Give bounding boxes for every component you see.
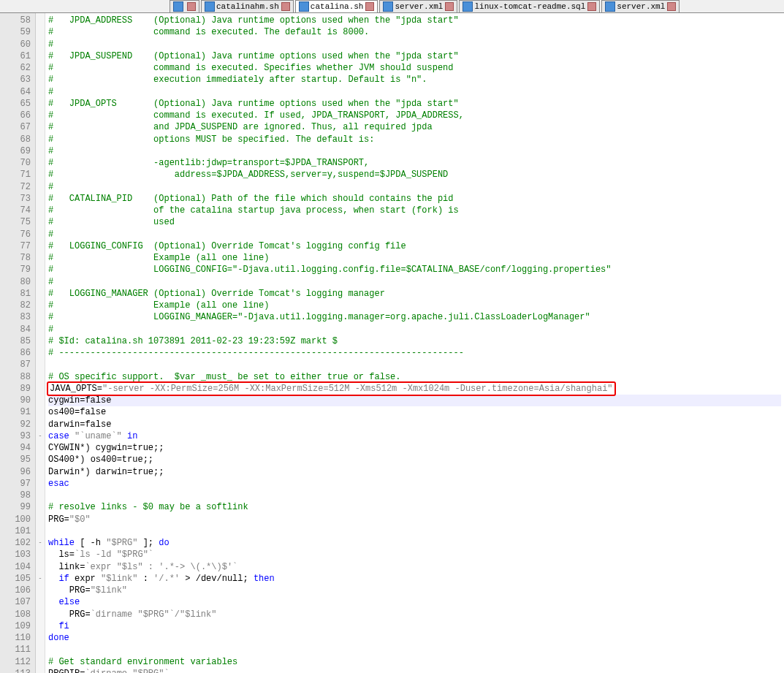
fold-marker[interactable] <box>36 121 45 133</box>
fold-marker[interactable] <box>36 157 45 169</box>
code-line[interactable]: # Example (all one line) <box>48 252 781 264</box>
fold-marker[interactable] <box>36 74 45 85</box>
fold-marker[interactable] <box>36 252 45 264</box>
code-line[interactable]: # <box>48 86 781 98</box>
close-icon[interactable] <box>365 2 374 11</box>
fold-marker[interactable] <box>36 501 45 513</box>
code-line[interactable]: # -agentlib:jdwp=transport=$JPDA_TRANSPO… <box>48 157 781 169</box>
code-line[interactable]: # resolve links - $0 may be a softlink <box>48 501 781 513</box>
close-icon[interactable] <box>587 2 596 11</box>
fold-marker[interactable] <box>36 276 45 288</box>
fold-marker[interactable] <box>36 181 45 193</box>
fold-marker[interactable] <box>36 86 45 98</box>
code-line[interactable]: # of the catalina startup java process, … <box>48 205 781 216</box>
code-line[interactable]: PRG="$link" <box>48 585 781 596</box>
code-line[interactable]: # $Id: catalina.sh 1073891 2011-02-23 19… <box>48 335 781 347</box>
code-line[interactable]: os400=false <box>48 406 781 418</box>
code-line[interactable]: Darwin*) darwin=true;; <box>48 466 781 478</box>
fold-marker[interactable] <box>36 525 45 537</box>
fold-marker[interactable] <box>36 264 45 275</box>
code-line[interactable]: # LOGGING_CONFIG (Optional) Override Tom… <box>48 240 781 252</box>
code-line[interactable] <box>48 525 781 537</box>
fold-marker[interactable] <box>36 466 45 478</box>
fold-marker[interactable] <box>36 134 45 145</box>
fold-marker[interactable] <box>36 644 45 655</box>
code-line[interactable]: PRG=`dirname "$PRG"`/"$link" <box>48 609 781 620</box>
code-line[interactable]: # command is executed. The default is 80… <box>48 26 781 38</box>
tab-catalinahm.sh[interactable]: catalinahm.sh <box>201 0 294 12</box>
code-line[interactable] <box>48 644 781 655</box>
tab-linux-tomcat-readme.sql[interactable]: linux-tomcat-readme.sql <box>459 0 600 12</box>
fold-marker[interactable] <box>36 39 45 50</box>
fold-marker[interactable] <box>36 371 45 383</box>
code-line[interactable]: if expr "$link" : '/.*' > /dev/null; the… <box>48 573 781 585</box>
code-line[interactable]: darwin=false <box>48 419 781 430</box>
code-line[interactable]: JAVA_OPTS="-server -XX:PermSize=256M -XX… <box>48 383 781 395</box>
tab-server.xml[interactable]: server.xml <box>379 0 457 12</box>
fold-marker[interactable] <box>36 609 45 620</box>
fold-marker[interactable] <box>36 359 45 370</box>
code-area[interactable]: # JPDA_ADDRESS (Optional) Java runtime o… <box>45 13 784 673</box>
code-line[interactable]: while [ -h "$PRG" ]; do <box>48 537 781 549</box>
fold-marker[interactable] <box>36 288 45 300</box>
fold-marker[interactable] <box>36 383 45 395</box>
code-line[interactable]: # <box>48 39 781 50</box>
fold-marker[interactable] <box>36 98 45 110</box>
fold-marker[interactable] <box>36 169 45 180</box>
code-line[interactable] <box>48 490 781 501</box>
fold-marker[interactable] <box>36 300 45 311</box>
code-line[interactable]: # LOGGING_MANAGER="-Djava.util.logging.m… <box>48 311 781 323</box>
code-line[interactable]: # JPDA_ADDRESS (Optional) Java runtime o… <box>48 15 781 26</box>
code-line[interactable]: link=`expr "$ls" : '.*-> \(.*\)$'` <box>48 561 781 573</box>
fold-marker[interactable] <box>36 419 45 430</box>
code-line[interactable]: CYGWIN*) cygwin=true;; <box>48 442 781 454</box>
code-line[interactable]: ls=`ls -ld "$PRG"` <box>48 549 781 560</box>
code-line[interactable]: # command is executed. If used, JPDA_TRA… <box>48 110 781 121</box>
tab-catalina.sh[interactable]: catalina.sh <box>295 0 378 12</box>
close-icon[interactable] <box>187 2 196 11</box>
fold-marker[interactable] <box>36 311 45 323</box>
code-line[interactable]: # used <box>48 216 781 228</box>
close-icon[interactable] <box>445 2 454 11</box>
fold-marker[interactable] <box>36 240 45 252</box>
fold-marker[interactable] <box>36 193 45 205</box>
fold-marker[interactable] <box>36 561 45 573</box>
fold-marker[interactable] <box>36 205 45 216</box>
fold-marker[interactable] <box>36 514 45 525</box>
fold-marker[interactable] <box>36 15 45 26</box>
fold-marker[interactable] <box>36 549 45 560</box>
code-line[interactable]: # LOGGING_MANAGER (Optional) Override To… <box>48 288 781 300</box>
fold-marker[interactable] <box>36 145 45 157</box>
fold-marker[interactable] <box>36 347 45 359</box>
code-line[interactable]: # command is executed. Specifies whether… <box>48 62 781 74</box>
fold-marker[interactable]: - <box>36 573 45 585</box>
code-line[interactable]: esac <box>48 478 781 490</box>
fold-marker[interactable] <box>36 335 45 347</box>
fold-marker[interactable] <box>36 62 45 74</box>
code-line[interactable]: # JPDA_SUSPEND (Optional) Java runtime o… <box>48 50 781 62</box>
fold-marker[interactable] <box>36 26 45 38</box>
fold-marker[interactable] <box>36 395 45 406</box>
tab-blank[interactable] <box>170 0 199 12</box>
close-icon[interactable] <box>667 2 676 11</box>
code-line[interactable] <box>48 359 781 370</box>
code-line[interactable]: # <box>48 276 781 288</box>
code-line[interactable]: fi <box>48 620 781 632</box>
fold-marker[interactable] <box>36 656 45 668</box>
fold-marker[interactable] <box>36 490 45 501</box>
code-line[interactable]: cygwin=false <box>48 395 781 406</box>
fold-marker[interactable] <box>36 50 45 62</box>
code-line[interactable]: # <box>48 181 781 193</box>
code-line[interactable]: # JPDA_OPTS (Optional) Java runtime opti… <box>48 98 781 110</box>
code-line[interactable]: case "`uname`" in <box>48 430 781 442</box>
fold-marker[interactable] <box>36 585 45 596</box>
code-line[interactable]: # and JPDA_SUSPEND are ignored. Thus, al… <box>48 121 781 133</box>
code-line[interactable]: # LOGGING_CONFIG="-Djava.util.logging.co… <box>48 264 781 275</box>
code-line[interactable]: PRGDIR=`dirname "$PRG"` <box>48 668 781 673</box>
fold-marker[interactable]: - <box>36 537 45 549</box>
fold-marker[interactable] <box>36 668 45 673</box>
fold-marker[interactable] <box>36 110 45 121</box>
code-line[interactable]: # options MUST be specified. The default… <box>48 134 781 145</box>
fold-marker[interactable] <box>36 478 45 490</box>
code-line[interactable]: PRG="$0" <box>48 514 781 525</box>
